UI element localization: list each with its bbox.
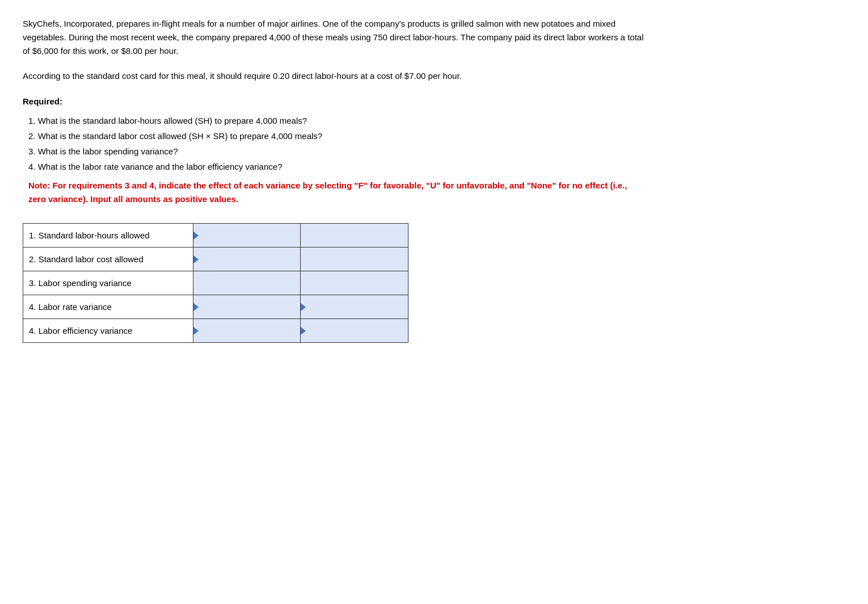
row4-label: 4. Labor rate variance	[23, 295, 193, 319]
main-content: SkyChefs, Incorporated, prepares in-flig…	[23, 17, 647, 343]
requirements-list: 1. What is the standard labor-hours allo…	[23, 113, 647, 174]
row1-col1-cell[interactable]	[193, 224, 301, 248]
row5-col1-arrow-icon	[193, 327, 199, 335]
row3-col2-input[interactable]	[301, 271, 408, 295]
row5-col1-input[interactable]	[201, 322, 301, 339]
row1-col1-input[interactable]	[201, 227, 301, 244]
row4-col2-arrow-icon	[301, 303, 306, 311]
row2-col2-cell[interactable]	[301, 248, 408, 271]
requirement-2: 2. What is the standard labor cost allow…	[28, 128, 647, 144]
row4-col2-cell[interactable]	[301, 295, 408, 319]
row5-col2-cell[interactable]	[301, 319, 408, 343]
row2-col1-input[interactable]	[201, 251, 301, 267]
table-row: 3. Labor spending variance	[23, 271, 408, 295]
row5-col1-wrapper	[193, 322, 301, 339]
row4-col1-input[interactable]	[201, 299, 301, 315]
table-row: 4. Labor rate variance	[23, 295, 408, 319]
row2-col2-input[interactable]	[301, 248, 408, 271]
requirement-4: 4. What is the labor rate variance and t…	[28, 159, 647, 174]
row5-label: 4. Labor efficiency variance	[23, 319, 193, 343]
table-row: 4. Labor efficiency variance	[23, 319, 408, 343]
row4-col2-wrapper	[301, 299, 408, 315]
table-row: 1. Standard labor-hours allowed	[23, 224, 408, 248]
row3-col1-input[interactable]	[193, 271, 301, 295]
row2-col1-wrapper	[193, 251, 301, 267]
answer-table: 1. Standard labor-hours allowed 2. Stand…	[23, 223, 408, 343]
row2-col1-arrow-icon	[193, 255, 199, 263]
row5-col2-arrow-icon	[301, 327, 306, 335]
row2-col1-cell[interactable]	[193, 248, 301, 271]
row5-col2-wrapper	[301, 322, 408, 339]
intro-paragraph-1: SkyChefs, Incorporated, prepares in-flig…	[23, 17, 647, 58]
note-text: Note: For requirements 3 and 4, indicate…	[28, 179, 647, 206]
row4-col1-cell[interactable]	[193, 295, 301, 319]
table-row: 2. Standard labor cost allowed	[23, 248, 408, 271]
row1-label: 1. Standard labor-hours allowed	[23, 224, 193, 248]
row1-col1-arrow-icon	[193, 232, 199, 240]
row3-label: 3. Labor spending variance	[23, 271, 193, 295]
required-label: Required:	[23, 97, 647, 106]
intro-paragraph-2: According to the standard cost card for …	[23, 69, 647, 83]
row5-col2-input[interactable]	[309, 322, 408, 339]
row1-col1-wrapper	[193, 227, 301, 244]
row4-col1-arrow-icon	[193, 303, 199, 311]
row3-col2-cell[interactable]	[301, 271, 408, 295]
row4-col1-wrapper	[193, 299, 301, 315]
requirement-3: 3. What is the labor spending variance?	[28, 144, 647, 159]
row5-col1-cell[interactable]	[193, 319, 301, 343]
row2-label: 2. Standard labor cost allowed	[23, 248, 193, 271]
row4-col2-input[interactable]	[309, 299, 408, 315]
row3-col1-cell[interactable]	[193, 271, 301, 295]
row1-col2-cell[interactable]	[301, 224, 408, 248]
requirement-1: 1. What is the standard labor-hours allo…	[28, 113, 647, 128]
row1-col2-input[interactable]	[301, 224, 408, 247]
